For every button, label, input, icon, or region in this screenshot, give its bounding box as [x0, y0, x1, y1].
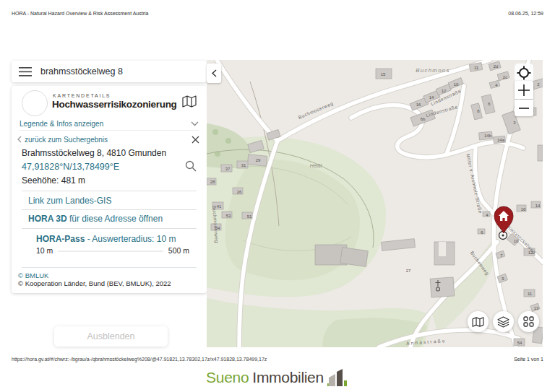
building-number: 14a	[497, 138, 505, 142]
building-number: 11	[474, 66, 479, 70]
radius-slider: 10 m 500 m	[36, 245, 189, 256]
chevron-left-icon	[17, 136, 22, 143]
building-number: 31	[241, 163, 246, 167]
zoom-in-button[interactable]	[515, 81, 533, 99]
horapass-label-bold: HORA-Pass	[36, 234, 85, 244]
building-number: 28	[210, 180, 215, 184]
zoom-in-icon	[518, 84, 530, 96]
basemap-button[interactable]	[468, 311, 489, 332]
building-number: 53	[226, 214, 231, 218]
divider	[22, 228, 197, 229]
building-number: 12	[442, 89, 447, 93]
chevron-down-icon	[191, 121, 199, 126]
loading-circle-icon	[22, 90, 48, 116]
building-number: 14	[429, 95, 434, 100]
footer-url: https://hora.gv.at/#/chwrz:-/bgrau/a-/qb…	[12, 357, 267, 362]
zoom-out-button[interactable]	[515, 100, 533, 116]
back-to-results[interactable]: zurück zum Suchergebnis	[17, 134, 199, 145]
header-datetime: 08.06.25, 12:59	[508, 11, 543, 16]
horapass-label-rest: - Auswerteradius: 10 m	[85, 234, 176, 244]
building-number: 11	[528, 292, 533, 296]
page: HORA - Natural Hazard Overview & Risk As…	[0, 0, 555, 392]
map-icon[interactable]	[182, 95, 197, 108]
building-number: 14b	[484, 134, 492, 138]
building-number: 27	[406, 269, 411, 273]
building-number: 6b	[421, 117, 426, 121]
building-number: 10	[514, 239, 519, 243]
landes-gis-link[interactable]: Link zum Landes-GIS	[28, 196, 111, 206]
building-number: 54	[517, 341, 522, 345]
building-number: 54	[215, 226, 220, 230]
locate-icon	[517, 66, 531, 80]
logo-name: Sueno	[206, 369, 249, 386]
menu-icon[interactable]	[19, 67, 32, 77]
building-number: 37	[225, 167, 231, 171]
panel-eyebrow: KARTENDETAILS	[53, 93, 111, 98]
radius-slider-track[interactable]	[58, 251, 163, 252]
result-elevation: Seehöhe: 481 m	[22, 175, 85, 186]
hide-panel-button[interactable]: Ausblenden	[54, 326, 168, 347]
apps-grid-icon	[523, 316, 534, 327]
buildings-logo-icon	[327, 366, 349, 386]
horapass-link[interactable]: HORA-Pass - Auswerteradius: 10 m	[36, 234, 176, 244]
building-number: 14	[535, 204, 541, 208]
copyright-link[interactable]: © BMLUK	[18, 271, 48, 279]
place-label: Heißl	[310, 163, 322, 168]
divider	[22, 209, 197, 210]
layers-icon	[497, 316, 509, 328]
building-number: 16	[416, 103, 421, 107]
app-title: HORA - Natural Hazard Overview & Risk As…	[12, 11, 148, 16]
logo-suffix: Immobilien	[252, 369, 324, 386]
map-graphics: Buchmoserweg Lindenstraße Lindenstraße B…	[207, 60, 543, 347]
result-address: Brahmsstöckelweg 8, 4810 Gmunden	[22, 148, 166, 158]
page-indicator: Seite 1 von 1	[514, 357, 543, 362]
slider-max-label: 500 m	[168, 246, 189, 255]
hora3d-link[interactable]: HORA 3D für diese Adresse öffnen	[28, 214, 163, 224]
back-link-label: zurück zum Suchergebnis	[25, 136, 108, 144]
brand-logo: Sueno Immobilien	[0, 366, 555, 386]
legend-toggle-label: Legende & Infos anzeigen	[20, 120, 103, 128]
building-number: 29	[256, 158, 261, 162]
building-number: 15	[381, 72, 386, 77]
copyright-text: © Kooperation Länder, Bund (BEV, BMLUK),…	[18, 279, 171, 287]
divider	[22, 267, 197, 268]
result-coordinates[interactable]: 47,91828°N/13,78499°E	[22, 162, 119, 172]
map-details-panel: KARTENDETAILS Hochwasserrisikozonierung …	[12, 86, 207, 293]
basemap-icon	[472, 317, 484, 327]
building-number: 26	[237, 190, 242, 194]
building-number: 13	[534, 306, 539, 310]
building-number: 51	[247, 214, 252, 219]
building-number: 12	[528, 251, 533, 255]
hora3d-label-rest: für diese Adresse öffnen	[67, 214, 163, 224]
search-input[interactable]	[40, 66, 199, 77]
map-canvas[interactable]: Buchmoserweg Lindenstraße Lindenstraße B…	[207, 60, 543, 347]
collapse-panel-button[interactable]	[207, 64, 221, 83]
collapse-chevron-icon	[212, 69, 217, 77]
search-bar[interactable]	[12, 61, 207, 82]
building-number: 2d	[494, 64, 499, 69]
slider-min-label: 10 m	[36, 246, 53, 255]
building-number: 2c	[503, 75, 507, 79]
search-location-icon[interactable]	[185, 160, 197, 172]
building-number: 41	[217, 204, 222, 209]
layers-button[interactable]	[493, 311, 514, 332]
close-icon[interactable]	[192, 136, 199, 144]
place-label: Buchmoos	[416, 67, 449, 74]
zoom-out-icon	[519, 107, 529, 110]
hora3d-label-bold: HORA 3D	[28, 214, 67, 224]
building-number: 10	[454, 82, 459, 87]
apps-grid-button[interactable]	[518, 311, 539, 332]
building-number: 16	[521, 207, 526, 212]
panel-title: Hochwasserrisikozonierung	[52, 99, 177, 110]
locate-button[interactable]	[515, 64, 533, 82]
divider	[22, 191, 197, 191]
legend-toggle[interactable]: Legende & Infos anzeigen	[20, 117, 199, 131]
